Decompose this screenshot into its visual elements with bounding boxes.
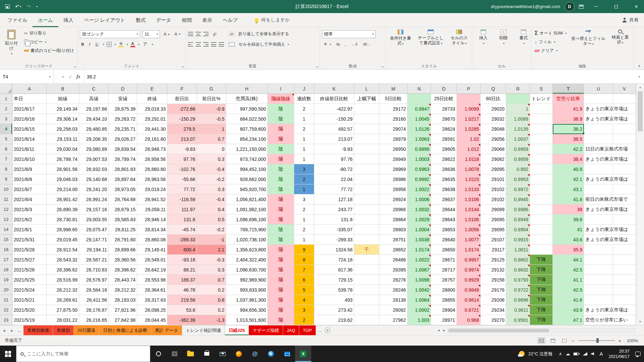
cell-N12[interactable]: 1.0032 [408,204,431,215]
cell-P19[interactable]: 0.9929 [457,275,481,285]
select-all-button[interactable] [0,84,12,94]
cell-D5[interactable]: 29,026.27 [109,134,137,144]
cell-I11[interactable]: 陽 [268,194,294,204]
cell-L14[interactable] [354,225,379,235]
ribbon-tab-4[interactable]: 数式 [130,13,151,27]
cell-Q6[interactable]: 29068 [481,144,506,154]
cell-O18[interactable]: 28717 [431,265,457,275]
cell-L5[interactable] [354,134,379,144]
cell-A13[interactable]: 2021/6/2 [12,215,47,225]
cell-T23[interactable]: 47.1 [553,315,584,325]
paste-button[interactable]: 貼り付け▾ [2,28,21,62]
copy-button[interactable]: コピー▾ [23,38,75,46]
autosum-button[interactable]: Σオート SUM▾ [533,29,568,37]
row-header-7[interactable]: 7 [0,154,12,164]
cell-E12[interactable]: 29,058.11 [137,204,167,215]
cell-L10[interactable] [354,184,379,194]
cell-N14[interactable]: 1.0004 [408,225,431,235]
bold-button[interactable]: B [80,41,85,49]
cell-S2[interactable] [530,104,553,114]
cell-N19[interactable]: 1.0098 [408,275,431,285]
cell-H21[interactable]: 1,037,961,300 [226,295,268,305]
cell-C9[interactable]: 29,140.68 [79,174,109,184]
cell-L13[interactable] [354,215,379,225]
clear-button[interactable]: クリア▾ [533,47,568,55]
cell-A1[interactable]: 本日 [12,94,47,104]
cell-U12[interactable]: きょうの東京市場は [584,204,613,215]
cell-O23[interactable]: 28971 [431,315,457,325]
cell-J10[interactable]: 1 [294,184,314,194]
cell-K20[interactable]: 539.78 [314,285,354,295]
cell-J18[interactable]: 7 [294,265,314,275]
cell-K13[interactable]: 131.8 [314,215,354,225]
column-header-H[interactable]: H [226,84,268,94]
enter-icon[interactable]: ✓ [68,74,72,79]
cell-D10[interactable]: 28,973.05 [109,184,137,194]
cell-R11[interactable]: 0.9945 [506,194,530,204]
cell-B17[interactable]: 28,543.32 [47,255,79,265]
cell-S1[interactable]: トレンド [530,94,553,104]
cell-F11[interactable]: -116.59 [167,194,197,204]
taskbar-explorer-button[interactable] [182,346,199,362]
avatar[interactable]: D [565,2,574,11]
cell-O20[interactable]: 28800 [431,285,457,295]
formula-bar-expand-icon[interactable]: ▾ [635,70,644,83]
cell-I3[interactable]: 陰 [268,114,294,124]
sheet-tab-4[interactable]: 累計 データ [151,325,182,335]
cell-P18[interactable]: 0.9974 [457,265,481,275]
cell-I17[interactable]: 陽 [268,255,294,265]
cell-O11[interactable]: 28637 [431,194,457,204]
sheet-tabs-overflow-left[interactable]: … [16,325,23,335]
cell-E7[interactable]: 28,958.56 [137,154,167,164]
cell-L21[interactable] [354,295,379,305]
taskbar-store-button[interactable] [199,346,215,362]
cell-I1[interactable]: 陽線陰線 [268,94,294,104]
row-header-6[interactable]: 6 [0,144,12,154]
column-header-B[interactable]: B [47,84,79,94]
weather-status[interactable]: 22°C 注意報 [528,351,552,357]
collapse-ribbon-icon[interactable]: ∧ [638,64,641,68]
sheet-nav-right-icon[interactable]: ▸ [8,325,16,335]
action-center-icon[interactable] [635,352,641,356]
fill-button[interactable]: ↓フィル▾ [533,38,568,46]
cell-S7[interactable] [530,154,553,164]
cell-P14[interactable]: 1.0056 [457,225,481,235]
cell-L17[interactable] [354,255,379,265]
cell-I9[interactable]: 陰 [268,174,294,184]
cell-V18[interactable] [613,265,636,275]
cell-C8[interactable]: 28,932.03 [79,164,109,174]
cell-N21[interactable]: 1.0064 [408,295,431,305]
cell-T2[interactable]: 41.9 [553,104,584,114]
cell-Q16[interactable]: 29117 [481,245,506,255]
sheet-tab-8[interactable]: JAQ [283,325,299,335]
cell-M22[interactable]: 28092 [379,305,408,315]
cell-U22[interactable]: きょうの東京市場は [584,305,613,315]
cell-B23[interactable]: 28,031.22 [47,315,79,325]
cell-R6[interactable]: 0.9959 [506,144,530,154]
cell-H19[interactable]: 992,969,900 [226,275,268,285]
cell-F15[interactable]: -289.33 [167,235,197,245]
cell-T1[interactable]: 空売り比率 [553,94,584,104]
insert-function-icon[interactable]: fx [76,74,80,79]
cell-C22[interactable]: 28,176.87 [79,305,109,315]
cell-N4[interactable]: 1.0126 [408,124,431,134]
cell-E1[interactable]: 終値 [137,94,167,104]
cell-J15[interactable]: 1 [294,235,314,245]
cell-U18[interactable] [584,265,613,275]
cell-O21[interactable]: 28855 [431,295,457,305]
cell-E22[interactable]: 28,098.25 [137,305,167,315]
cell-H2[interactable]: 997,590,500 [226,104,268,114]
cell-D18[interactable]: 28,396.62 [109,265,137,275]
cell-A4[interactable]: 2021/6/15 [12,124,47,134]
page-layout-view-button[interactable] [549,337,557,344]
cell-T13[interactable]: 39.6 [553,215,584,225]
dialog-launcher-icon[interactable]: ↘ [381,65,384,68]
cell-E3[interactable]: 29,291.01 [137,114,167,124]
increase-font-button[interactable]: A▴ [162,30,171,38]
cell-R17[interactable]: 0.9802 [506,255,530,265]
cell-U21[interactable] [584,295,613,305]
row-header-11[interactable]: 11 [0,194,12,204]
cell-E18[interactable]: 28,642.19 [137,265,167,275]
row-header-1[interactable]: 1 [0,94,12,104]
cell-H15[interactable]: 1,020,736,100 [226,235,268,245]
